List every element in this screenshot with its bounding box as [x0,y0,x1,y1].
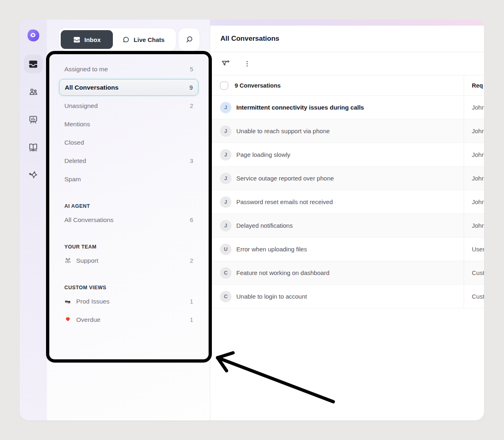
icon-rail [20,20,47,420]
conversation-row[interactable]: JPage loading slowlyJohn [210,143,484,167]
conversation-list: JIntermittent connectivity issues during… [210,96,484,308]
rail-item-contacts[interactable] [24,82,43,101]
conversation-subject: Error when uploading files [236,246,307,253]
conversation-subject: Unable to login to account [236,293,307,300]
tab-inbox[interactable]: Inbox [61,30,113,49]
filter-add-icon[interactable] [220,59,230,68]
requester-cell: John [464,167,484,190]
sidebar-item-closed[interactable]: Closed [59,133,198,152]
swirl-logo-icon[interactable] [26,29,40,42]
chat-bubble-icon [122,36,130,44]
requester-cell: John [464,214,484,237]
help-center-icon [28,142,38,152]
tab-inbox-label: Inbox [84,36,101,43]
inbox-icon [28,59,38,69]
conversation-subject: Delayed notifications [236,222,293,229]
avatar: C [220,267,231,279]
sidebar-item-label: All Conversations [65,84,189,91]
rail-item-inbox[interactable] [24,55,43,73]
app-window: Inbox Live Chats Assigned to me5All Conv… [20,20,484,420]
sidebar-item-label: Closed [64,139,193,146]
avatar: J [220,125,231,137]
avatar: J [220,173,231,184]
conversation-count-label: 9 Conversations [235,82,281,89]
sidebar-item-mentions[interactable]: Mentions [59,115,198,133]
conversation-row[interactable]: CFeature not working on dashboardCust [210,261,484,285]
avatar: J [220,220,231,231]
avatar: J [220,149,231,161]
sidebar-item-count: 6 [190,217,193,223]
sidebar-section-title-your-team: YOUR TEAM [59,242,198,251]
sidebar-item-assigned-to-me[interactable]: Assigned to me5 [59,60,198,78]
sidebar-item-count: 5 [190,66,193,73]
sidebar-item-count: 2 [190,257,193,264]
sidebar-item-label: Prod Issues [76,298,190,305]
sidebar-item-label: Support [76,257,190,264]
select-all-checkbox[interactable] [220,81,228,90]
conversation-row[interactable]: JService outage reported over phoneJohn [210,167,484,190]
sidebar-section-title-ai-agent: AI AGENT [59,202,198,211]
sidebar-item-overdue[interactable]: Overdue1 [59,310,198,329]
reports-icon [28,114,38,125]
conversation-subject: Unable to reach support via phone [236,128,330,134]
avatar: U [220,244,231,255]
sidebar-item-all-conversations[interactable]: All Conversations9 [59,79,198,96]
sidebar-item-count: 3 [190,158,193,164]
requester-cell: Cust [464,285,484,308]
sidebar-item-label: Unassigned [64,102,190,110]
heart-fire-icon [64,316,72,323]
search-flash-icon [185,35,194,44]
sidebar-item-spam[interactable]: Spam [59,170,198,188]
conversation-row[interactable]: UError when uploading filesUser [210,238,484,261]
rail-item-help-center[interactable] [24,138,43,156]
inbox-icon [73,36,81,44]
sidebar-item-count: 9 [189,84,193,91]
sidebar-item-deleted[interactable]: Deleted3 [59,152,198,170]
avatar: C [220,291,231,302]
sidebar-item-count: 1 [190,317,193,323]
requester-cell: Cust [464,261,484,284]
sidebar-item-label: Spam [64,176,193,183]
contacts-icon [28,87,38,97]
avatar: J [220,102,231,113]
conversation-row[interactable]: JUnable to reach support via phoneJohn [210,119,484,143]
main-header: All Conversations [210,26,484,52]
conversation-row[interactable]: JDelayed notificationsJohn [210,214,484,238]
conversation-row[interactable]: JIntermittent connectivity issues during… [210,96,484,119]
sidebar-item-support[interactable]: Support2 [59,251,198,270]
inbox-type-tabs: Inbox Live Chats [58,28,176,51]
avatar: J [220,196,231,208]
sidebar: Inbox Live Chats Assigned to me5All Conv… [47,20,210,420]
sidebar-item-all-conversations[interactable]: All Conversations6 [59,211,198,229]
search-button[interactable] [178,28,200,51]
main-panel: All Conversations 9 Conversations Req JI… [210,26,484,420]
rail-item-reports[interactable] [24,110,43,129]
requester-cell: John [464,96,484,119]
requester-cell: John [464,190,484,213]
conversation-subject: Service outage reported over phone [236,175,334,182]
tab-live-chats[interactable]: Live Chats [113,30,174,49]
conversation-row[interactable]: CUnable to login to accountCust [210,285,484,308]
sidebar-section-title-custom-views: CUSTOM VIEWS [59,283,198,292]
captain-ai-icon [28,170,38,180]
sidebar-item-label: Assigned to me [64,66,190,73]
requester-cell: John [464,119,484,143]
conversation-subject: Feature not working on dashboard [236,269,329,276]
sidebar-item-prod-issues[interactable]: Prod Issues1 [59,292,198,310]
ant-icon [64,298,72,305]
conversation-subject: Intermittent connectivity issues during … [236,104,364,111]
conversation-row[interactable]: JPassword reset emails not receivedJohn [210,190,484,214]
conversation-list-header: 9 Conversations Req [210,75,484,96]
requester-column-header: Req [464,75,484,95]
sidebar-item-unassigned[interactable]: Unassigned2 [59,97,198,115]
sidebar-item-label: Overdue [76,316,190,323]
conversation-toolbar [210,52,484,75]
sidebar-item-count: 2 [190,103,193,109]
sidebar-item-label: Deleted [64,157,190,165]
conversation-subject: Page loading slowly [236,151,291,158]
sidebar-item-count: 1 [190,298,193,305]
requester-cell: User [464,238,484,261]
page-title: All Conversations [220,35,280,43]
rail-item-captain-ai[interactable] [24,165,43,184]
kebab-menu-icon[interactable] [243,59,251,68]
